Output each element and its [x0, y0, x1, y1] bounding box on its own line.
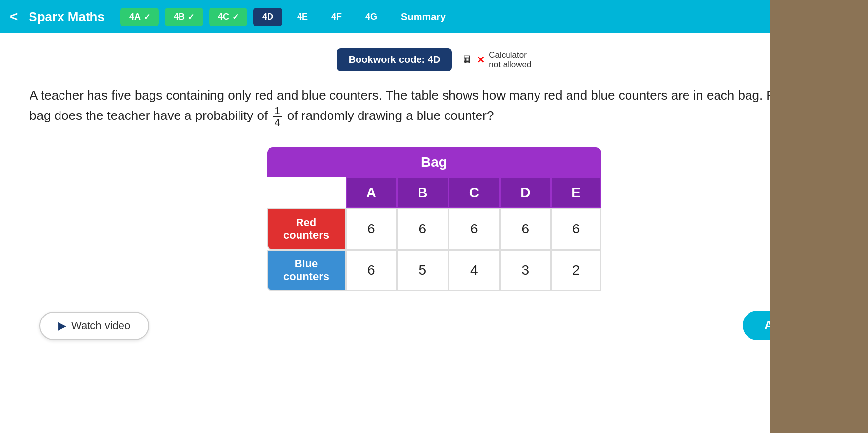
question-part2: of randomly drawing a blue counter? [287, 108, 494, 123]
calculator-text-block: Calculator not allowed [489, 50, 531, 70]
tab-4D-label: 4D [262, 12, 273, 22]
tab-4E[interactable]: 4E [288, 8, 317, 26]
video-icon: ▶ [58, 319, 66, 332]
tab-4C-label: 4C [218, 12, 229, 22]
col-header-row: A B C D E [267, 177, 601, 208]
tab-4G-label: 4G [365, 12, 377, 22]
tab-4B-check: ✓ [188, 12, 194, 22]
col-C: C [449, 177, 500, 208]
bookwork-area: Bookwork code: 4D 🖩 ✕ Calculator not all… [30, 48, 838, 71]
blue-counters-label: Blue counters [267, 250, 346, 291]
bag-header-row: Bag [267, 147, 601, 177]
blue-A: 6 [346, 250, 397, 291]
tab-4A-label: 4A [129, 12, 141, 22]
col-D: D [500, 177, 551, 208]
back-button[interactable]: < [10, 9, 18, 25]
table-container: Bag A B C D E Red counters 6 6 6 6 [30, 147, 838, 291]
col-E: E [551, 177, 601, 208]
red-D: 6 [500, 208, 551, 250]
bookwork-code: Bookwork code: 4D [337, 48, 452, 71]
bag-table: Bag A B C D E Red counters 6 6 6 6 [267, 147, 601, 291]
not-allowed-label: not allowed [489, 60, 531, 70]
blue-C: 4 [449, 250, 500, 291]
fraction: 1 4 [273, 105, 281, 128]
tab-4F-label: 4F [331, 12, 342, 22]
col-empty [267, 177, 346, 208]
calculator-label: Calculator [489, 50, 531, 60]
red-counters-label: Red counters [267, 208, 346, 250]
red-counters-row: Red counters 6 6 6 6 6 [267, 208, 601, 250]
tab-summary-label: Summary [401, 11, 446, 23]
col-A: A [346, 177, 397, 208]
tab-4B[interactable]: 4B ✓ [165, 8, 203, 26]
red-A: 6 [346, 208, 397, 250]
calculator-x-icon: ✕ [477, 54, 485, 66]
bag-header-cell: Bag [267, 147, 601, 177]
top-bar: < Sparx Maths 4A ✓ 4B ✓ 4C ✓ 4D 4E 4F 4G… [0, 0, 868, 33]
tab-4D[interactable]: 4D [253, 8, 282, 26]
tab-4G[interactable]: 4G [357, 8, 386, 26]
main-content: Bookwork code: 4D 🖩 ✕ Calculator not all… [0, 33, 868, 433]
blue-E: 2 [551, 250, 601, 291]
brand-title: Sparx Maths [29, 9, 105, 25]
calculator-icon: 🖩 [462, 54, 473, 66]
bottom-row: ▶ Watch video Answer [30, 311, 838, 340]
col-B: B [397, 177, 449, 208]
red-C: 6 [449, 208, 500, 250]
tab-4B-label: 4B [174, 12, 185, 22]
tab-4F[interactable]: 4F [323, 8, 351, 26]
right-photo-area [770, 0, 868, 433]
red-E: 6 [551, 208, 601, 250]
fraction-numerator: 1 [273, 105, 281, 117]
tab-4A-check: ✓ [144, 12, 150, 22]
tab-4A[interactable]: 4A ✓ [120, 8, 159, 26]
tab-4E-label: 4E [297, 12, 308, 22]
tab-summary[interactable]: Summary [392, 7, 454, 27]
blue-B: 5 [397, 250, 449, 291]
blue-D: 3 [500, 250, 551, 291]
tab-4C-check: ✓ [232, 12, 239, 22]
question-text: A teacher has five bags containing only … [30, 86, 838, 128]
watch-video-label: Watch video [71, 319, 130, 332]
watch-video-button[interactable]: ▶ Watch video [39, 312, 149, 340]
blue-counters-row: Blue counters 6 5 4 3 2 [267, 250, 601, 291]
red-B: 6 [397, 208, 449, 250]
calculator-notice: 🖩 ✕ Calculator not allowed [462, 50, 531, 70]
fraction-denominator: 4 [273, 117, 281, 128]
tab-4C[interactable]: 4C ✓ [209, 8, 247, 26]
